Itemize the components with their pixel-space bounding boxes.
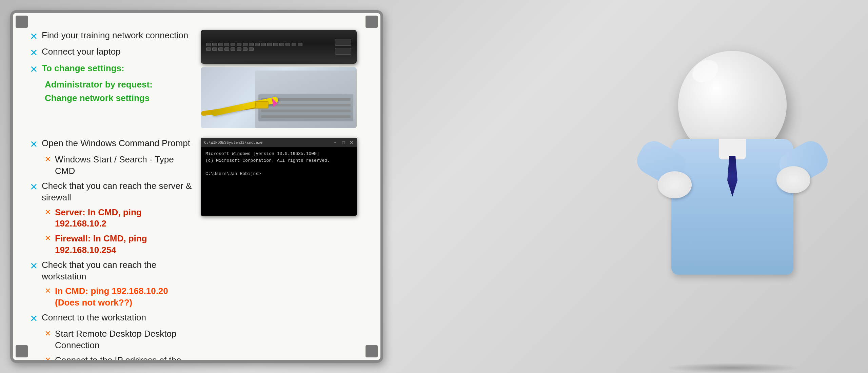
port (212, 43, 217, 46)
item6a-text: In CMD: ping 192.168.10.20 (Does not wor… (55, 286, 194, 309)
port (224, 47, 229, 51)
corner-tr (366, 16, 378, 28)
port (298, 43, 302, 46)
left-instructions-bottom: ✕ Open the Windows Command Prompt ✕ Wind… (30, 138, 194, 363)
port (243, 47, 248, 51)
bullet-cyan-7: ✕ (30, 313, 38, 325)
left-instructions: ✕ Find your training network connection … (30, 30, 194, 128)
item1-text: Find your training network connection (42, 30, 188, 41)
bullet-cyan-4: ✕ (30, 138, 38, 151)
cmd-line3 (205, 164, 352, 171)
port (218, 47, 223, 51)
bullet-cyan-1: ✕ (30, 31, 38, 43)
port (237, 43, 241, 46)
port (249, 43, 254, 46)
bullet-cyan-3: ✕ (30, 63, 38, 76)
cmd-line2: (c) Microsoft Corporation. All rights re… (205, 157, 352, 164)
bullet-cyan-6: ✕ (30, 260, 38, 272)
item7b-text: Connect to the IP address of the worksta… (55, 355, 194, 363)
item6-text: Check that you can reach the workstation (42, 259, 194, 282)
list-item: ✕ Find your training network connection (30, 30, 194, 43)
whiteboard: ✕ Find your training network connection … (10, 10, 383, 363)
item3b-text: Change network settings (45, 93, 150, 104)
character-figure (617, 51, 848, 373)
port (249, 47, 254, 51)
corner-bl (16, 345, 28, 357)
port (255, 43, 260, 46)
list-item: ✕ Open the Windows Command Prompt (30, 138, 194, 151)
list-item: ✕ Start Remote Desktop Desktop Connectio… (45, 328, 194, 351)
cmd-title-text: C:\WINDOWSSystem32\cmd.exe (204, 140, 330, 145)
switch-ports (206, 43, 308, 51)
scene: ✕ Find your training network connection … (0, 0, 868, 373)
character-body (671, 139, 793, 275)
item5b-text: Firewall: In CMD, ping 192.168.10.254 (55, 233, 194, 256)
port (261, 43, 266, 46)
cmd-minimize[interactable]: － (333, 139, 337, 145)
port (231, 43, 235, 46)
port (212, 47, 217, 51)
list-item: ✕ Connect your laptop (30, 46, 194, 59)
bullet-cyan-2: ✕ (30, 47, 38, 59)
port (243, 43, 248, 46)
bullet-orange-5b: ✕ (45, 234, 51, 243)
switch-reflection (204, 62, 353, 64)
list-item: ✕ In CMD: ping 192.168.10.20 (Does not w… (45, 286, 194, 309)
port (218, 43, 223, 46)
item3-text: To change settings: (42, 63, 124, 74)
cmd-line1: Microsoft Windows [Version 10.0.19635.10… (205, 151, 352, 157)
cmd-window: C:\WINDOWSSystem32\cmd.exe － □ ✕ Microso… (201, 138, 357, 216)
item7-text: Connect to the workstation (42, 312, 146, 323)
list-item: Change network settings (45, 93, 194, 104)
corner-br (366, 345, 378, 357)
bullet-orange-7a: ✕ (45, 329, 51, 339)
item2-text: Connect your laptop (42, 46, 121, 58)
port (231, 47, 235, 51)
right-images-area (201, 30, 363, 128)
whiteboard-content: ✕ Find your training network connection … (30, 30, 363, 347)
list-item: ✕ To change settings: (30, 63, 194, 76)
top-section: ✕ Find your training network connection … (30, 30, 363, 128)
cmd-titlebar: C:\WINDOWSSystem32\cmd.exe － □ ✕ (201, 138, 357, 147)
list-item: ✕ Connect to the workstation (30, 312, 194, 325)
item7a-text: Start Remote Desktop Desktop Connection (55, 328, 194, 351)
character-hand-right (776, 166, 810, 193)
bullet-orange-6a: ✕ (45, 286, 51, 296)
cmd-content: Microsoft Windows [Version 10.0.19635.10… (201, 147, 357, 180)
port (267, 43, 272, 46)
network-switch-image (201, 30, 357, 64)
character-hand-left (658, 171, 692, 198)
corner-tl (16, 16, 28, 28)
bullet-cyan-5: ✕ (30, 181, 38, 193)
bullet-orange-5a: ✕ (45, 208, 51, 217)
bottom-section: ✕ Open the Windows Command Prompt ✕ Wind… (30, 138, 363, 363)
list-item: Administrator by request: (45, 79, 194, 91)
cmd-section: C:\WINDOWSSystem32\cmd.exe － □ ✕ Microso… (201, 138, 363, 216)
list-item: ✕ Check that you can reach the server & … (30, 180, 194, 203)
port (292, 43, 296, 46)
switch-side (308, 39, 351, 55)
laptop-ethernet-image (201, 67, 357, 128)
port (224, 43, 229, 46)
cmd-close[interactable]: ✕ (350, 140, 353, 145)
item4-text: Open the Windows Command Prompt (42, 138, 190, 149)
character-shadow (665, 363, 800, 373)
port (206, 47, 211, 51)
port (279, 43, 284, 46)
port (206, 43, 211, 46)
bullet-orange-7b: ✕ (45, 355, 51, 363)
port (237, 47, 241, 51)
cmd-maximize[interactable]: □ (342, 140, 345, 145)
bullet-orange-4a: ✕ (45, 155, 51, 164)
port (273, 43, 278, 46)
list-item: ✕ Windows Start / Search - Type CMD (45, 154, 194, 177)
item4a-text: Windows Start / Search - Type CMD (55, 154, 194, 177)
item5a-text: Server: In CMD, ping 192.168.10.2 (55, 207, 194, 230)
list-item: ✕ Firewall: In CMD, ping 192.168.10.254 (45, 233, 194, 256)
port (285, 43, 290, 46)
item3a-text: Administrator by request: (45, 79, 153, 91)
item5-text: Check that you can reach the server & si… (42, 180, 194, 203)
list-item: ✕ Connect to the IP address of the works… (45, 355, 194, 363)
list-item: ✕ Server: In CMD, ping 192.168.10.2 (45, 207, 194, 230)
cmd-line4: C:\Users\Jan Robijns> (205, 171, 352, 177)
